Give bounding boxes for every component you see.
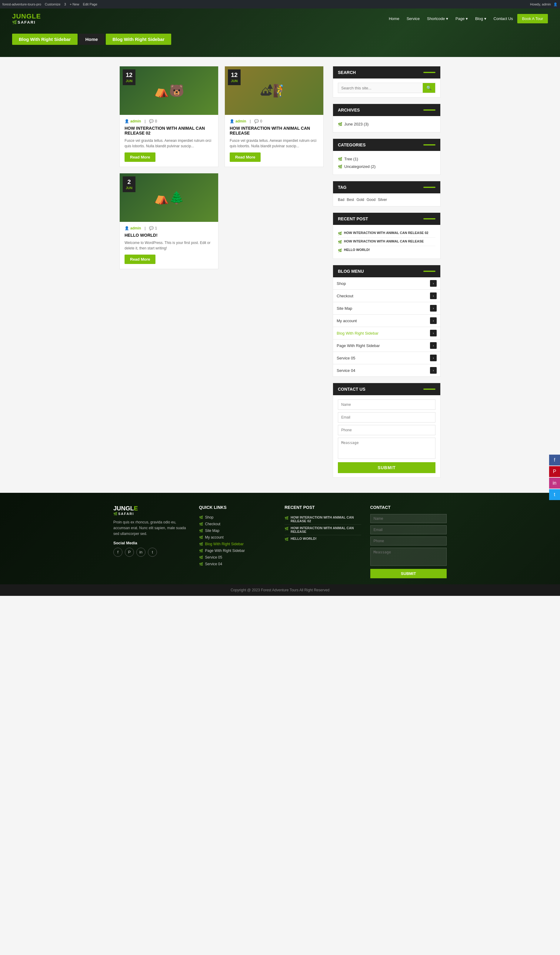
breadcrumb-item-home[interactable]: Home (79, 34, 105, 45)
tag-bad[interactable]: Bad (338, 197, 344, 202)
tag-gold[interactable]: Gold (357, 197, 364, 202)
admin-bar: forest-adventure-tours-pro Customize 3 +… (0, 0, 560, 8)
post-2-body: 👤 admin | 💬 0 HOW INTERACTION WITH ANIMA… (225, 115, 323, 167)
contact-name-input[interactable] (338, 399, 435, 410)
nav-blog[interactable]: Blog ▾ (472, 14, 490, 23)
footer-link-page-right: Page With Right Sidebar (199, 547, 276, 554)
float-facebook-button[interactable]: f (549, 455, 560, 465)
footer-contact-email-input[interactable] (370, 525, 447, 534)
copyright-text: Copyright @ 2023 Forest Adventure Tours … (231, 588, 329, 592)
menu-link-service04[interactable]: Service 04 › (333, 364, 440, 376)
tag-good[interactable]: Good (367, 197, 375, 202)
post-1-month: Jun (126, 79, 133, 83)
archive-item-1[interactable]: June 2023 (3) (338, 120, 435, 128)
site-logo[interactable]: JUNGLE 🌿SAFARI (12, 13, 41, 25)
contact-submit-button[interactable]: SUBMIT (338, 462, 435, 473)
float-instagram-button[interactable]: in (549, 478, 560, 488)
breadcrumb: Blog With Right Sidebar Home Blog With R… (0, 29, 560, 54)
post-1-read-more[interactable]: Read More (125, 152, 155, 162)
footer-contact-phone-input[interactable] (370, 537, 447, 546)
nav-contact[interactable]: Contact Us (491, 14, 516, 23)
footer-link-service05: Service 05 (199, 554, 276, 561)
category-item-2[interactable]: Uncategorized (2) (338, 163, 435, 170)
menu-link-checkout[interactable]: Checkout › (333, 290, 440, 302)
recent-post-list: HOW INTERACTION WITH ANIMAL CAN RELEASE … (338, 229, 435, 254)
menu-item-blog-right: Blog With Right Sidebar › (333, 327, 440, 340)
footer-description: Proin quis ex rhoncus, gravida odio eu, … (113, 520, 190, 537)
tag-silver[interactable]: Silver (378, 197, 387, 202)
admin-customize[interactable]: Customize (45, 2, 61, 6)
nav-page[interactable]: Page ▾ (452, 14, 471, 23)
post-1-body: 👤 admin | 💬 0 HOW INTERACTION WITH ANIMA… (120, 115, 218, 167)
footer-link-myaccount: My account (199, 534, 276, 541)
search-widget-body: 🔍 (333, 78, 440, 97)
tag-widget-body: Bad Best Gold Good Silver (333, 193, 440, 206)
post-1-date-badge: 12 Jun (123, 69, 136, 85)
logo-sub: 🌿SAFARI (12, 20, 36, 25)
site-header: JUNGLE 🌿SAFARI Home Service Shortcode ▾ … (0, 8, 560, 57)
admin-comments[interactable]: 3 (64, 2, 66, 6)
admin-edit-page[interactable]: Edit Page (83, 2, 97, 6)
footer-bottom: Copyright @ 2023 Forest Adventure Tours … (0, 584, 560, 596)
footer-contact-message-input[interactable] (370, 548, 447, 566)
nav-home[interactable]: Home (386, 14, 402, 23)
float-twitter-button[interactable]: t (549, 489, 560, 500)
admin-bar-left: forest-adventure-tours-pro Customize 3 +… (2, 2, 97, 6)
main-nav: Home Service Shortcode ▾ Page ▾ Blog ▾ C… (386, 14, 548, 23)
archives-widget-title: ARCHIVES (333, 104, 440, 116)
menu-link-service05[interactable]: Service 05 › (333, 352, 440, 364)
footer-contact-submit-button[interactable]: SUBMIT (370, 569, 447, 578)
nav-shortcode[interactable]: Shortcode ▾ (424, 14, 451, 23)
post-3-meta: 👤 admin | 💬 1 (125, 226, 213, 230)
menu-arrow-myaccount: › (430, 317, 436, 324)
breadcrumb-item-active[interactable]: Blog With Right Sidebar (106, 34, 171, 45)
menu-link-page-right[interactable]: Page With Right Sidebar › (333, 340, 440, 352)
menu-arrow-service04: › (430, 367, 436, 374)
footer-instagram-icon[interactable]: in (136, 548, 145, 557)
footer-inner: JUNGLE 🌿SAFARI Proin quis ex rhoncus, gr… (113, 505, 447, 578)
contact-phone-input[interactable] (338, 425, 435, 435)
contact-email-input[interactable] (338, 412, 435, 423)
category-item-1[interactable]: Tree (1) (338, 155, 435, 163)
post-2-day: 12 (231, 71, 238, 78)
nav-service[interactable]: Service (404, 14, 423, 23)
search-input[interactable] (338, 83, 423, 93)
menu-link-sitemap[interactable]: Site Map › (333, 302, 440, 314)
post-card-1: ⛺🐻 12 Jun 👤 admin | 💬 0 HOW INTERACTION … (119, 66, 219, 167)
float-pinterest-button[interactable]: P (549, 466, 560, 477)
menu-arrow-page-right: › (430, 342, 436, 349)
footer-link-service04: Service 04 (199, 561, 276, 567)
menu-arrow-sitemap: › (430, 305, 436, 312)
breadcrumb-item-1[interactable]: Blog With Right Sidebar (12, 34, 78, 45)
blog-menu-list: Shop › Checkout › Site Map › (333, 277, 440, 376)
footer-quicklinks-title: QUICK LINKS (199, 505, 276, 510)
menu-link-shop[interactable]: Shop › (333, 277, 440, 290)
footer-contact-name-input[interactable] (370, 514, 447, 523)
blog-menu-widget-body: Shop › Checkout › Site Map › (333, 277, 440, 376)
search-button[interactable]: 🔍 (423, 83, 435, 93)
menu-link-myaccount[interactable]: My account › (333, 315, 440, 327)
site-footer: JUNGLE 🌿SAFARI Proin quis ex rhoncus, gr… (0, 493, 560, 584)
contact-message-input[interactable] (338, 438, 435, 459)
tag-list: Bad Best Gold Good Silver (338, 197, 435, 202)
footer-recent-2: HOW INTERACTION WITH ANIMAL CAN RELEASE (285, 524, 361, 535)
footer-twitter-icon[interactable]: t (148, 548, 157, 557)
menu-arrow-service05: › (430, 355, 436, 361)
contact-us-widget-title: CONTACT US (333, 383, 440, 395)
admin-site-name[interactable]: forest-adventure-tours-pro (2, 2, 41, 6)
footer-col-recentpost: Recent Post HOW INTERACTION WITH ANIMAL … (285, 505, 361, 578)
tag-best[interactable]: Best (347, 197, 354, 202)
menu-link-blog-right[interactable]: Blog With Right Sidebar › (333, 327, 440, 339)
post-2-read-more[interactable]: Read More (230, 152, 261, 162)
logo-text: JUNGLE (12, 13, 41, 20)
search-wrap: 🔍 (338, 83, 435, 93)
footer-facebook-icon[interactable]: f (113, 548, 122, 557)
footer-pinterest-icon[interactable]: P (125, 548, 134, 557)
menu-item-sitemap: Site Map › (333, 302, 440, 315)
post-3-read-more[interactable]: Read More (125, 255, 155, 264)
tag-widget-title: TAG (333, 181, 440, 193)
admin-new[interactable]: + New (70, 2, 80, 6)
footer-col-about: JUNGLE 🌿SAFARI Proin quis ex rhoncus, gr… (113, 505, 190, 578)
search-widget: SEARCH 🔍 (333, 66, 441, 98)
nav-book-tour[interactable]: Book A Tour (517, 14, 548, 23)
